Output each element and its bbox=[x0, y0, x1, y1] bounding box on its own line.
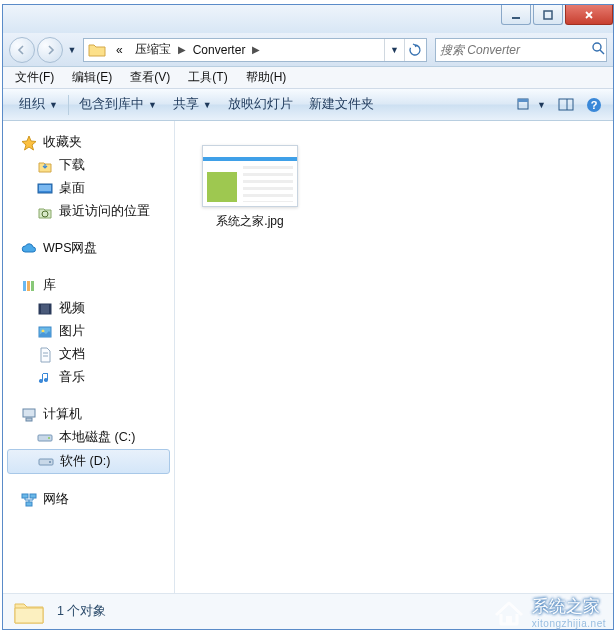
recent-icon bbox=[37, 204, 53, 220]
navigation-bar: ▼ « 压缩宝 ▶ Converter ▶ ▼ bbox=[3, 33, 613, 67]
close-button[interactable] bbox=[565, 5, 613, 25]
help-button[interactable]: ? bbox=[583, 94, 605, 116]
video-icon bbox=[37, 301, 53, 317]
chevron-right-icon[interactable]: ▶ bbox=[251, 44, 261, 55]
breadcrumb-part1[interactable]: 压缩宝 bbox=[129, 39, 177, 61]
svg-rect-0 bbox=[512, 17, 520, 19]
sidebar-item-music[interactable]: 音乐 bbox=[3, 366, 174, 389]
slideshow-button[interactable]: 放映幻灯片 bbox=[220, 92, 301, 117]
share-button[interactable]: 共享▼ bbox=[165, 92, 220, 117]
menu-edit[interactable]: 编辑(E) bbox=[64, 67, 120, 88]
svg-rect-6 bbox=[559, 99, 573, 110]
svg-rect-18 bbox=[49, 304, 51, 314]
menu-view[interactable]: 查看(V) bbox=[122, 67, 178, 88]
computer-icon bbox=[21, 407, 37, 423]
organize-button[interactable]: 组织▼ bbox=[11, 92, 66, 117]
minimize-button[interactable] bbox=[501, 5, 531, 25]
drive-icon bbox=[38, 454, 54, 470]
svg-rect-5 bbox=[518, 99, 528, 102]
svg-rect-24 bbox=[26, 418, 32, 421]
svg-rect-31 bbox=[26, 502, 32, 506]
menu-help[interactable]: 帮助(H) bbox=[238, 67, 295, 88]
music-icon bbox=[37, 370, 53, 386]
library-icon bbox=[21, 278, 37, 294]
sidebar-network[interactable]: 网络 bbox=[3, 488, 174, 511]
menubar: 文件(F) 编辑(E) 查看(V) 工具(T) 帮助(H) bbox=[3, 67, 613, 89]
sidebar-item-desktop[interactable]: 桌面 bbox=[3, 177, 174, 200]
svg-rect-13 bbox=[23, 281, 26, 291]
status-text: 1 个对象 bbox=[57, 603, 106, 620]
download-icon bbox=[37, 158, 53, 174]
search-input[interactable] bbox=[440, 43, 591, 57]
sidebar-item-recent[interactable]: 最近访问的位置 bbox=[3, 200, 174, 223]
sidebar-item-videos[interactable]: 视频 bbox=[3, 297, 174, 320]
document-icon bbox=[37, 347, 53, 363]
sidebar-item-pictures[interactable]: 图片 bbox=[3, 320, 174, 343]
address-bar[interactable]: « 压缩宝 ▶ Converter ▶ ▼ bbox=[83, 38, 427, 62]
view-options-button[interactable]: ▼ bbox=[514, 95, 549, 115]
svg-point-28 bbox=[49, 461, 51, 463]
search-icon[interactable] bbox=[591, 41, 605, 59]
chevron-right-icon[interactable]: ▶ bbox=[177, 44, 187, 55]
search-box[interactable] bbox=[435, 38, 607, 62]
command-bar: 组织▼ 包含到库中▼ 共享▼ 放映幻灯片 新建文件夹 ▼ ? bbox=[3, 89, 613, 121]
sidebar-item-drive-c[interactable]: 本地磁盘 (C:) bbox=[3, 426, 174, 449]
sidebar-item-downloads[interactable]: 下载 bbox=[3, 154, 174, 177]
picture-icon bbox=[37, 324, 53, 340]
svg-rect-17 bbox=[39, 304, 41, 314]
include-in-library-button[interactable]: 包含到库中▼ bbox=[71, 92, 165, 117]
file-list[interactable]: 系统之家.jpg bbox=[175, 121, 613, 593]
svg-rect-30 bbox=[30, 494, 36, 498]
network-icon bbox=[21, 492, 37, 508]
address-dropdown[interactable]: ▼ bbox=[384, 39, 404, 61]
window-controls bbox=[499, 5, 613, 25]
drive-icon bbox=[37, 430, 53, 446]
svg-point-26 bbox=[48, 437, 50, 439]
sidebar-computer[interactable]: 计算机 bbox=[3, 403, 174, 426]
preview-pane-button[interactable] bbox=[555, 95, 577, 115]
sidebar-item-documents[interactable]: 文档 bbox=[3, 343, 174, 366]
status-bar: 1 个对象 bbox=[3, 593, 613, 629]
forward-button[interactable] bbox=[37, 37, 63, 63]
file-name: 系统之家.jpg bbox=[216, 213, 283, 230]
svg-rect-14 bbox=[27, 281, 30, 291]
folder-icon bbox=[13, 599, 45, 625]
explorer-window: ▼ « 压缩宝 ▶ Converter ▶ ▼ 文件(F) 编辑(E) 查看(V… bbox=[2, 4, 614, 630]
sidebar-favorites[interactable]: 收藏夹 bbox=[3, 131, 174, 154]
nav-arrows: ▼ bbox=[9, 37, 79, 63]
maximize-button[interactable] bbox=[533, 5, 563, 25]
refresh-button[interactable] bbox=[404, 39, 424, 61]
sidebar-libraries[interactable]: 库 bbox=[3, 274, 174, 297]
svg-rect-23 bbox=[23, 409, 35, 417]
menu-file[interactable]: 文件(F) bbox=[7, 67, 62, 88]
svg-rect-11 bbox=[39, 185, 51, 191]
cloud-icon bbox=[21, 241, 37, 257]
sidebar-item-drive-d[interactable]: 软件 (D:) bbox=[7, 449, 170, 474]
breadcrumb-part2[interactable]: Converter bbox=[187, 39, 252, 61]
breadcrumb-prefix[interactable]: « bbox=[110, 39, 129, 61]
sidebar-wps[interactable]: WPS网盘 bbox=[3, 237, 174, 260]
file-thumbnail bbox=[202, 145, 298, 207]
svg-rect-29 bbox=[22, 494, 28, 498]
titlebar bbox=[3, 5, 613, 33]
navigation-pane: 收藏夹 下载 桌面 最近访问的位置 WPS网盘 库 视频 图片 文档 音乐 计算… bbox=[3, 121, 175, 593]
history-dropdown[interactable]: ▼ bbox=[65, 45, 79, 55]
svg-rect-1 bbox=[544, 11, 552, 19]
star-icon bbox=[21, 135, 37, 151]
svg-point-2 bbox=[593, 43, 601, 51]
new-folder-button[interactable]: 新建文件夹 bbox=[301, 92, 382, 117]
folder-icon bbox=[88, 42, 106, 58]
back-button[interactable] bbox=[9, 37, 35, 63]
content-area: 收藏夹 下载 桌面 最近访问的位置 WPS网盘 库 视频 图片 文档 音乐 计算… bbox=[3, 121, 613, 593]
file-item[interactable]: 系统之家.jpg bbox=[195, 141, 305, 234]
desktop-icon bbox=[37, 181, 53, 197]
svg-rect-15 bbox=[31, 281, 34, 291]
svg-line-3 bbox=[600, 50, 604, 54]
svg-text:?: ? bbox=[591, 99, 598, 111]
menu-tools[interactable]: 工具(T) bbox=[180, 67, 235, 88]
